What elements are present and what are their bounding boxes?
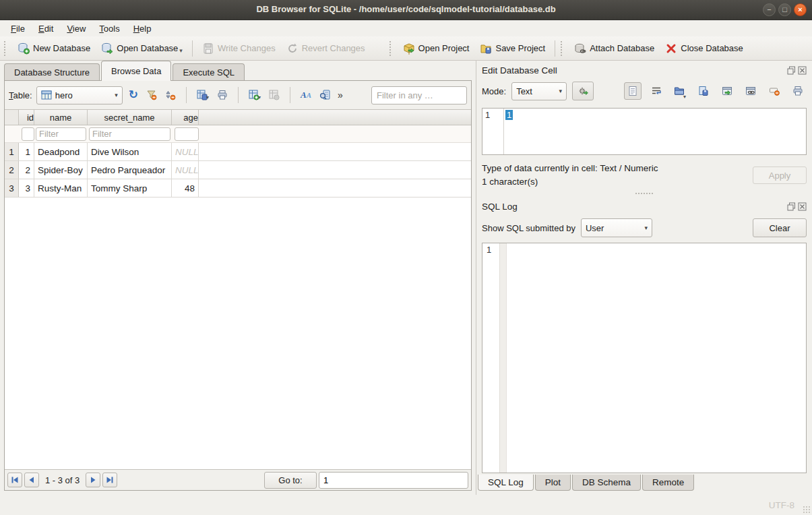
import-data-button[interactable]: ▾ xyxy=(671,82,689,100)
export-data-button[interactable] xyxy=(695,82,712,100)
save-project-button[interactable]: Save Project xyxy=(474,40,551,57)
table-select[interactable]: hero ▾ xyxy=(36,86,123,104)
column-header-id[interactable]: id xyxy=(19,110,34,125)
close-database-button[interactable]: Close Database xyxy=(660,40,749,57)
table-row[interactable]: 3 3 Rusty-Man Tommy Sharp 48 xyxy=(5,179,471,198)
column-header-age[interactable]: age xyxy=(172,110,199,125)
link-window-icon xyxy=(745,86,756,96)
toolbar-overflow-button[interactable]: » xyxy=(336,90,344,100)
cell-id[interactable]: 3 xyxy=(19,179,34,197)
first-page-button[interactable] xyxy=(7,473,22,487)
menu-file[interactable]: File xyxy=(4,22,32,36)
print-icon xyxy=(792,86,803,96)
cell-name[interactable]: Spider-Boy xyxy=(34,161,88,179)
goto-record-input[interactable] xyxy=(319,472,468,489)
dock-splitter[interactable] xyxy=(476,190,812,197)
word-wrap-icon xyxy=(651,86,662,96)
print-cell-button[interactable] xyxy=(789,82,807,100)
filter-any-column-input[interactable] xyxy=(371,86,467,104)
clear-sorting-button[interactable] xyxy=(163,88,178,102)
set-null-button[interactable] xyxy=(766,82,783,100)
tab-execute-sql[interactable]: Execute SQL xyxy=(173,63,245,81)
cell-id[interactable]: 1 xyxy=(19,143,34,160)
find-in-table-button[interactable] xyxy=(317,88,332,102)
cell-editor-content[interactable]: 1 xyxy=(504,109,514,154)
mode-select[interactable]: Text ▾ xyxy=(511,82,567,100)
filter-input-age[interactable] xyxy=(175,127,199,141)
close-dock-icon[interactable] xyxy=(798,202,807,211)
auto-apply-button[interactable] xyxy=(572,82,594,100)
print-button[interactable] xyxy=(215,88,230,102)
text-mode-button[interactable] xyxy=(624,82,642,100)
menu-edit[interactable]: Edit xyxy=(32,22,60,36)
sql-log-content[interactable] xyxy=(507,243,806,473)
cell-name[interactable]: Rusty-Man xyxy=(34,179,88,197)
tab-remote[interactable]: Remote xyxy=(642,475,694,491)
next-page-icon xyxy=(89,476,97,484)
open-database-button[interactable]: Open Database ▾ xyxy=(96,40,188,57)
new-database-button[interactable]: New Database xyxy=(12,40,96,57)
float-dock-icon[interactable] xyxy=(787,202,796,211)
float-dock-icon[interactable] xyxy=(787,66,796,75)
cell-editor[interactable]: 1 1 xyxy=(482,108,807,155)
column-header-secret-name[interactable]: secret_name xyxy=(88,110,172,125)
toolbar-drag-handle[interactable] xyxy=(389,41,394,56)
title-bar[interactable]: DB Browser for SQLite - /home/user/code/… xyxy=(0,0,812,20)
tab-db-schema[interactable]: DB Schema xyxy=(572,475,641,491)
cell-name[interactable]: Deadpond xyxy=(34,143,88,160)
last-page-button[interactable] xyxy=(102,473,117,487)
open-database-dropdown-icon[interactable]: ▾ xyxy=(179,47,183,55)
next-page-button[interactable] xyxy=(86,473,100,487)
tab-browse-data[interactable]: Browse Data xyxy=(101,61,171,81)
previous-page-button[interactable] xyxy=(24,473,39,487)
maximize-button[interactable]: □ xyxy=(778,3,791,16)
minimize-button[interactable]: − xyxy=(763,3,776,16)
filter-input-id[interactable] xyxy=(22,127,34,141)
app-window: DB Browser for SQLite - /home/user/code/… xyxy=(0,0,812,515)
clear-filters-button[interactable] xyxy=(144,88,159,102)
attach-database-button[interactable]: Attach Database xyxy=(569,40,660,57)
close-dock-icon[interactable] xyxy=(798,66,807,75)
export-table-button[interactable]: ▾ xyxy=(195,88,211,102)
cell-age[interactable]: NULL xyxy=(172,161,199,179)
table-row[interactable]: 1 1 Deadpond Dive Wilson NULL xyxy=(5,143,471,161)
cell-id[interactable]: 2 xyxy=(19,161,34,179)
menu-view[interactable]: View xyxy=(60,22,92,36)
filter-input-secret-name[interactable] xyxy=(89,127,170,141)
menu-help[interactable]: Help xyxy=(127,22,158,36)
tab-plot[interactable]: Plot xyxy=(535,475,571,491)
close-button[interactable]: × xyxy=(794,3,807,16)
cell-secret-name[interactable]: Pedro Parqueador xyxy=(88,161,172,179)
clear-log-button[interactable]: Clear xyxy=(753,218,807,237)
close-database-icon xyxy=(665,42,677,55)
apply-cell-button[interactable] xyxy=(718,82,736,100)
open-in-external-button[interactable] xyxy=(742,82,759,100)
goto-button[interactable]: Go to: xyxy=(264,472,317,489)
refresh-button[interactable]: ↻ xyxy=(127,88,140,102)
resize-grip[interactable] xyxy=(803,506,810,513)
toolbar-drag-handle[interactable] xyxy=(561,41,565,56)
splitter-handle-icon xyxy=(635,193,653,194)
cell-age[interactable]: NULL xyxy=(172,143,199,160)
column-header-name[interactable]: name xyxy=(34,110,88,125)
sql-log-editor[interactable]: 1 xyxy=(482,243,807,473)
cell-secret-name[interactable]: Dive Wilson xyxy=(88,143,172,160)
tab-database-structure[interactable]: Database Structure xyxy=(4,63,100,81)
edit-cell-dock-header[interactable]: Edit Database Cell xyxy=(476,61,812,78)
cell-age[interactable]: 48 xyxy=(172,179,199,197)
tab-sql-log[interactable]: SQL Log xyxy=(478,475,534,491)
table-row[interactable]: 2 2 Spider-Boy Pedro Parqueador NULL xyxy=(5,161,471,179)
open-project-button[interactable]: Open Project xyxy=(398,40,475,57)
insert-record-button[interactable]: ▾ xyxy=(247,88,263,102)
toolbar-separator xyxy=(192,40,193,57)
word-wrap-button[interactable] xyxy=(648,82,665,100)
toolbar-drag-handle[interactable] xyxy=(4,41,8,56)
row-number: 3 xyxy=(5,179,19,197)
menu-tools[interactable]: Tools xyxy=(92,22,126,36)
encoding-status[interactable]: UTF-8 xyxy=(769,500,794,510)
cell-secret-name[interactable]: Tommy Sharp xyxy=(88,179,172,197)
sql-log-dock-header[interactable]: SQL Log xyxy=(476,197,812,214)
format-toggle-button[interactable]: AA xyxy=(299,88,313,102)
sql-source-select[interactable]: User ▾ xyxy=(581,218,652,237)
filter-input-name[interactable] xyxy=(36,127,86,141)
